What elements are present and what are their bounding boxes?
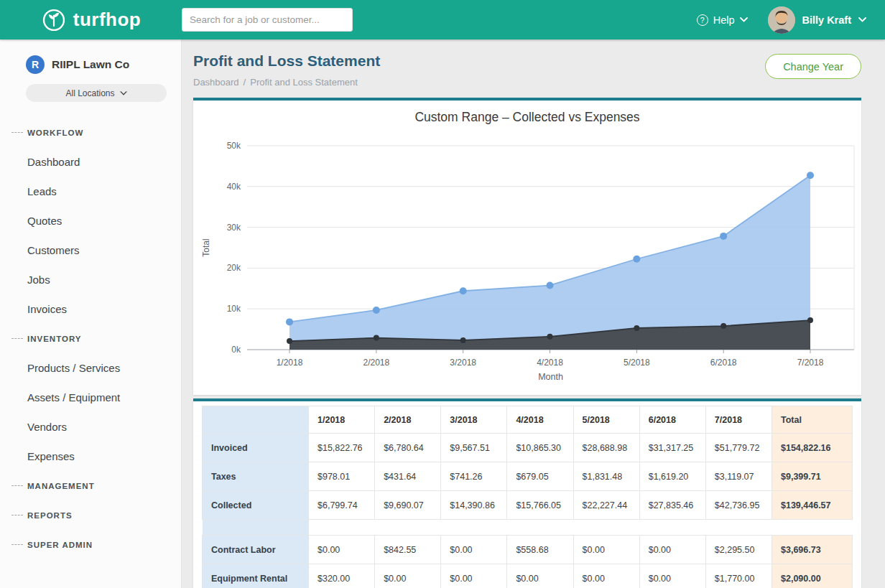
- profit-loss-table: 1/20182/20183/20184/20185/20186/20187/20…: [202, 406, 853, 588]
- row-label: Collected: [203, 491, 309, 520]
- company-name: RIIPL Lawn Co: [52, 58, 129, 71]
- table-cell: $9,690.07: [375, 491, 441, 520]
- col-header-2-2018: 2/2018: [375, 406, 441, 434]
- chevron-down-icon: [120, 91, 127, 95]
- sidebar-item-dashboard[interactable]: Dashboard: [0, 147, 181, 177]
- collected-point: [720, 233, 727, 240]
- table-cell: $0.00: [573, 564, 639, 588]
- tree-dash-icon: [11, 338, 23, 339]
- table-cell: $0.00: [573, 536, 639, 564]
- table-cell: $1,619.20: [639, 462, 705, 491]
- sidebar-section-reports[interactable]: REPORTS: [0, 500, 181, 530]
- page-header: Profit and Loss Statement Dashboard/Prof…: [193, 52, 861, 88]
- tree-dash-icon: [11, 485, 23, 486]
- row-total: $9,399.71: [772, 462, 853, 491]
- sidebar-item-assets-equipment[interactable]: Assets / Equipment: [0, 383, 181, 412]
- col-header-4-2018: 4/2018: [507, 406, 573, 434]
- x-tick-label: 1/2018: [277, 358, 303, 368]
- turfhop-logo-icon: [41, 7, 67, 33]
- col-header-blank: [203, 406, 309, 434]
- sidebar-section-label: SUPER ADMIN: [27, 541, 93, 549]
- expenses-point: [374, 335, 379, 341]
- profit-loss-chart: 0k10k20k30k40k50k1/20182/20183/20184/201…: [193, 134, 861, 392]
- location-selector[interactable]: All Locations: [26, 84, 167, 102]
- expenses-point: [460, 337, 466, 343]
- sidebar-item-jobs[interactable]: Jobs: [0, 265, 181, 294]
- sidebar: R RIIPL Lawn Co All Locations WORKFLOWDa…: [0, 39, 182, 588]
- expenses-point: [634, 325, 639, 331]
- table-cell: $6,799.74: [309, 491, 375, 520]
- tree-dash-icon: [11, 132, 23, 133]
- table-cell: $0.00: [441, 564, 507, 588]
- table-cell: $558.68: [507, 536, 573, 564]
- breadcrumb-dashboard[interactable]: Dashboard: [193, 77, 239, 88]
- collected-point: [460, 287, 467, 294]
- collected-point: [807, 172, 814, 179]
- sidebar-item-products-services[interactable]: Products / Services: [0, 353, 181, 383]
- user-name: Billy Kraft: [802, 14, 852, 26]
- y-tick-label: 10k: [227, 304, 241, 314]
- help-icon: ?: [697, 14, 708, 26]
- location-label: All Locations: [65, 88, 114, 98]
- collected-area: [289, 175, 810, 350]
- sidebar-section-inventory[interactable]: INVENTORY: [0, 324, 181, 353]
- col-header-7-2018: 7/2018: [705, 406, 772, 434]
- change-year-button[interactable]: Change Year: [765, 54, 861, 79]
- col-header-3-2018: 3/2018: [441, 406, 507, 434]
- help-menu[interactable]: ? Help: [697, 14, 748, 26]
- sidebar-item-leads[interactable]: Leads: [0, 177, 181, 206]
- spacer-cell: [203, 520, 309, 536]
- expenses-point: [720, 323, 726, 329]
- sidebar-section-management[interactable]: MANAGEMENT: [0, 471, 181, 500]
- collected-point: [633, 256, 640, 263]
- table-cell: $10,865.30: [507, 434, 573, 462]
- row-label: Contract Labor: [203, 536, 309, 564]
- x-tick-label: 4/2018: [537, 358, 563, 368]
- table-cell: $27,835.46: [639, 491, 705, 520]
- col-header-5-2018: 5/2018: [573, 406, 639, 434]
- table-cell: $28,688.98: [573, 434, 639, 462]
- page-title-block: Profit and Loss Statement Dashboard/Prof…: [193, 52, 380, 88]
- table-cell: $320.00: [309, 564, 375, 588]
- sidebar-item-vendors[interactable]: Vendors: [0, 412, 181, 442]
- table-cell: $15,822.76: [309, 434, 375, 462]
- col-header-1-2018: 1/2018: [309, 406, 375, 434]
- table-cell: $842.55: [375, 536, 441, 564]
- row-total: $154,822.16: [772, 434, 853, 462]
- sidebar-item-invoices[interactable]: Invoices: [0, 294, 181, 324]
- sidebar-item-quotes[interactable]: Quotes: [0, 206, 181, 235]
- row-total: $139,446.57: [772, 491, 853, 520]
- table-cell: $0.00: [639, 536, 705, 564]
- user-menu[interactable]: Billy Kraft: [768, 6, 867, 34]
- table-row-invoiced: Invoiced$15,822.76$6,780.64$9,567.51$10,…: [203, 434, 853, 462]
- x-axis-title: Month: [538, 372, 563, 382]
- table-cell: $42,736.95: [705, 491, 772, 520]
- sidebar-section-super-admin[interactable]: SUPER ADMIN: [0, 530, 181, 559]
- table-cell: $31,317.25: [639, 434, 705, 462]
- collected-point: [546, 281, 553, 289]
- sidebar-nav: WORKFLOWDashboardLeadsQuotesCustomersJob…: [0, 118, 181, 559]
- table-spacer-row: [203, 520, 853, 536]
- chevron-down-icon: [740, 17, 748, 22]
- x-tick-label: 5/2018: [624, 358, 650, 368]
- company-logo: R: [26, 55, 45, 74]
- sidebar-item-customers[interactable]: Customers: [0, 235, 181, 265]
- table-cell: $0.00: [441, 536, 507, 564]
- brand-logo[interactable]: turfhop: [0, 7, 182, 33]
- search-input[interactable]: [182, 8, 353, 32]
- row-label: Taxes: [203, 462, 309, 491]
- avatar-image: [768, 6, 795, 34]
- y-tick-label: 20k: [227, 263, 241, 273]
- row-label: Invoiced: [203, 434, 309, 462]
- table-cell: $14,390.86: [441, 491, 507, 520]
- table-cell: $1,831.48: [573, 462, 639, 491]
- col-header-total: Total: [772, 406, 853, 434]
- sidebar-section-workflow[interactable]: WORKFLOW: [0, 118, 181, 147]
- table-cell: $741.26: [441, 462, 507, 491]
- x-tick-label: 2/2018: [363, 358, 389, 368]
- sidebar-item-expenses[interactable]: Expenses: [0, 442, 181, 471]
- table-cell: $0.00: [507, 564, 573, 588]
- sidebar-section-label: MANAGEMENT: [27, 482, 95, 490]
- x-tick-label: 7/2018: [797, 358, 824, 368]
- avatar: [768, 6, 795, 34]
